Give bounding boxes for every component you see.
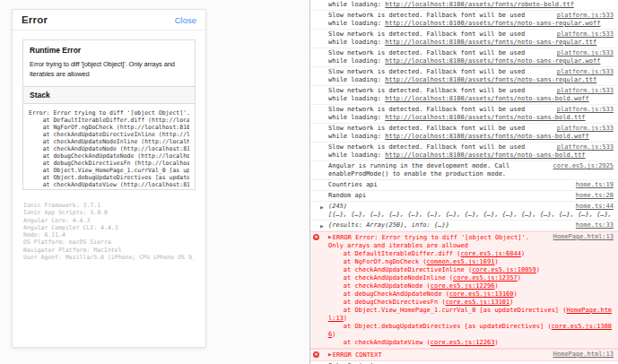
error-modal: Error Close Runtime Error Error trying t… xyxy=(12,9,206,348)
environment-line: Angular Core: 4.4.3 xyxy=(23,217,195,224)
stack-source-link[interactable]: core.es5.js:12263 xyxy=(431,339,495,346)
stack-source-link[interactable]: core.es5.js:13101 xyxy=(446,299,510,306)
source-link[interactable]: home.ts:19 xyxy=(576,181,614,189)
stack-line: at checkAndUpdateDirectiveInline (http:/… xyxy=(29,131,189,138)
stack-trace-box: Error: Error trying to diff '[object Obj… xyxy=(22,104,196,190)
stack-frame: at DefaultIterableDiffer.diff (core.es5.… xyxy=(328,250,614,258)
source-link[interactable]: home.ts:44 xyxy=(576,203,614,211)
error-icon: ✕ xyxy=(313,351,319,358)
environment-line: Angular Compiler CLI: 4.4.3 xyxy=(23,224,195,231)
font-url-link[interactable]: http://localhost:8100/assets/fonts/noto-… xyxy=(385,57,600,65)
console-entry-error-context: ✕ HomePage.html:13 ▶ERROR CONTEXT xyxy=(310,349,618,361)
close-button[interactable]: Close xyxy=(175,15,196,25)
console-entry-font-warning: platform.js:533 Slow network is detected… xyxy=(310,143,618,161)
console-entry-results-log: ▶ home.ts:33 {results: Array(250), info:… xyxy=(310,221,618,231)
stack-line: at debugCheckDirectivesFn (http://localh… xyxy=(29,160,189,167)
font-url-link[interactable]: http://localhost:8100/assets/fonts/noto-… xyxy=(385,95,589,102)
error-message: Error: Error trying to diff '[object Obj… xyxy=(328,234,529,249)
stack-source-link[interactable]: core.es5.js:10859 xyxy=(472,266,536,273)
stack-frame: at checkAndUpdateNodeInline (core.es5.js… xyxy=(328,274,614,282)
source-link[interactable]: platform.js:533 xyxy=(557,12,614,20)
stack-frame: at NgForOf.ngDoCheck (common.es5.js:1691… xyxy=(328,258,614,266)
expand-arrow-icon[interactable]: ▶ xyxy=(328,351,332,359)
console-entry-font-warning: platform.js:533 Slow network is detected… xyxy=(310,48,618,67)
stack-frame: at Object.View_HomePage_1.currVal_0 [as … xyxy=(328,307,614,323)
stack-line: at checkAndUpdateNodeInline (http://loca… xyxy=(29,138,189,145)
stack-line: at debugCheckAndUpdateNode (http://local… xyxy=(29,152,189,160)
console-entry-random-api: home.ts:20 Random api xyxy=(310,191,618,202)
font-url-link[interactable]: http://localhost:8100/assets/fonts/noto-… xyxy=(385,152,585,159)
source-link[interactable]: platform.js:533 xyxy=(557,68,614,76)
stack-frame: at Object.debugUpdateDirectives [as upda… xyxy=(328,323,614,339)
source-link[interactable]: HomePage.html:13 xyxy=(553,233,614,241)
screen: Error Close Runtime Error Error trying t… xyxy=(0,0,618,364)
runtime-error-box: Runtime Error Error trying to diff '[obj… xyxy=(22,39,196,87)
console-entry-error: ✕ HomePage.html:13 ▶ERROR Error: Error t… xyxy=(310,231,618,349)
expand-arrow-icon[interactable]: ▶ xyxy=(320,204,324,212)
stack-line: at checkAndUpdateView (http://localhost:… xyxy=(29,181,189,188)
error-modal-header: Error Close xyxy=(13,10,205,30)
console-entry-font-warning: platform.js:533 Slow network is detected… xyxy=(310,124,618,143)
environment-line: Navigator Platform: MacIntel xyxy=(23,247,195,254)
error-modal-title: Error xyxy=(22,14,48,25)
source-link[interactable]: platform.js:533 xyxy=(557,87,614,95)
environment-line: Ionic App Scripts: 3.0.0 xyxy=(23,209,195,216)
stack-line: at Object.debugUpdateDirectives [as upda… xyxy=(29,174,189,181)
console-entry-array-log: ▶ home.ts:44 (245) [{…}, {…}, {…}, {…}, … xyxy=(310,202,618,221)
source-link[interactable]: platform.js:533 xyxy=(557,143,614,152)
stack-source-link[interactable]: core.es5.js:6844 xyxy=(461,250,521,257)
expand-arrow-icon[interactable]: ▶ xyxy=(328,233,332,241)
source-link[interactable]: platform.js:533 xyxy=(557,30,614,39)
source-link[interactable]: platform.js:533 xyxy=(557,49,614,57)
stack-frame: at debugCheckDirectivesFn (core.es5.js:1… xyxy=(328,299,614,307)
stack-line: Error: Error trying to diff '[object Obj… xyxy=(29,109,189,117)
console-entry-font-warning: platform.js:533 Slow network is detected… xyxy=(310,11,618,30)
stack-frame: at checkAndUpdateView (core.es5.js:12263… xyxy=(328,339,614,347)
source-link[interactable]: core.es5.js:2925 xyxy=(553,162,614,170)
font-url-link[interactable]: http://localhost:8100/assets/fonts/noto-… xyxy=(385,20,600,27)
array-preview: [{…}, {…}, {…}, {…}, {…}, {…}, {…}, {…},… xyxy=(328,211,614,219)
environment-info: Ionic Framework: 3.7.1 Ionic App Scripts… xyxy=(22,202,196,261)
stack-line: at checkAndUpdateNode (http://localhost:… xyxy=(29,145,189,152)
console-entry-font-warning: platform.js:533 Slow network is detected… xyxy=(310,86,618,105)
error-label: ERROR xyxy=(333,234,355,241)
stack-line: at DefaultIterableDiffer.diff (http://lo… xyxy=(29,117,189,124)
console-entry-font-warning: platform.js:533 Slow network is detected… xyxy=(310,67,618,86)
console-entry-countries-api: home.ts:19 Countries api xyxy=(310,180,618,191)
array-count: (245) xyxy=(328,203,614,211)
stack-source-link[interactable]: core.es5.js:12357 xyxy=(453,274,518,282)
stack-heading: Stack xyxy=(22,87,196,104)
source-link[interactable]: HomePage.html:13 xyxy=(553,351,614,359)
stack-frame: at checkAndUpdateDirectiveInline (core.e… xyxy=(328,266,614,274)
source-link[interactable]: home.ts:20 xyxy=(576,192,614,200)
environment-line: Node: 6.11.4 xyxy=(23,231,195,238)
stack-frame: at debugCheckAndUpdateNode (core.es5.js:… xyxy=(328,290,614,299)
font-url-link[interactable]: http://localhost:8100/assets/fonts/robot… xyxy=(385,1,574,8)
source-link[interactable]: platform.js:533 xyxy=(557,125,614,133)
object-preview: {results: Array(250), info: {…}} xyxy=(328,221,449,229)
font-url-link[interactable]: http://localhost:8100/assets/fonts/noto-… xyxy=(385,133,589,140)
stack-source-link[interactable]: core.es5.js:12296 xyxy=(431,282,495,290)
console-entry-font-warning: platform.js:533 Slow network is detected… xyxy=(310,105,618,124)
app-error-overlay: Error Close Runtime Error Error trying t… xyxy=(0,0,309,364)
environment-line: User Agent: Mozilla/5.0 (iPhone; CPU iPh… xyxy=(23,254,195,261)
stack-line: at Object.View_HomePage_1.currVal_0 [as … xyxy=(29,167,189,174)
environment-line: OS Platform: macOS Sierra xyxy=(23,238,195,246)
stack-line: at NgForOf.ngDoCheck (http://localhost:8… xyxy=(29,124,189,131)
runtime-error-message: Error trying to diff '[object Object]'. … xyxy=(30,59,188,79)
stack-source-link[interactable]: common.es5.js:1691 xyxy=(427,258,495,265)
environment-line: Ionic Framework: 3.7.1 xyxy=(23,202,195,209)
devtools-console[interactable]: while loading: http://localhost:8100/ass… xyxy=(309,0,618,364)
source-link[interactable]: home.ts:33 xyxy=(576,221,614,230)
stack-frame: at checkAndUpdateNode (core.es5.js:12296… xyxy=(328,282,614,290)
expand-arrow-icon[interactable]: ▶ xyxy=(320,222,324,230)
font-url-link[interactable]: http://localhost:8100/assets/fonts/noto-… xyxy=(385,39,596,46)
stack-source-link[interactable]: core.es5.js:13160 xyxy=(449,290,514,298)
console-entry-font-warning-partial: while loading: http://localhost:8100/ass… xyxy=(310,0,618,11)
font-url-link[interactable]: http://localhost:8100/assets/fonts/noto-… xyxy=(385,76,596,83)
font-url-link[interactable]: http://localhost:8100/assets/fonts/noto-… xyxy=(385,114,585,121)
error-context-label: ERROR CONTEXT xyxy=(333,351,382,359)
error-modal-body: Runtime Error Error trying to diff '[obj… xyxy=(13,30,205,270)
console-entry-angular-dev-mode: core.es5.js:2925 Angular is running in t… xyxy=(310,161,618,180)
source-link[interactable]: platform.js:533 xyxy=(557,106,614,114)
